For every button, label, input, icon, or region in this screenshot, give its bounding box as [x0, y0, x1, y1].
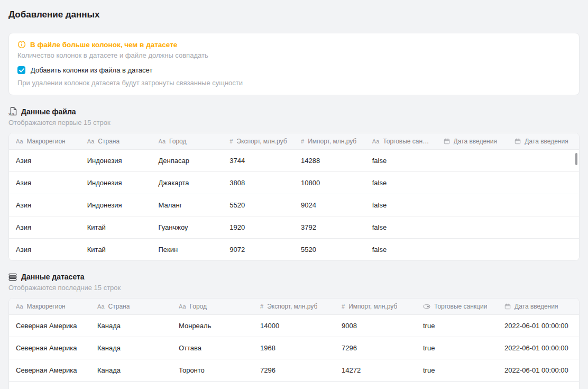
file-data-table: АаМакрорегионАаСтранаАаГород#Экспорт, мл…: [9, 133, 579, 260]
table-cell: 5520: [223, 194, 294, 216]
table-cell: Пекин: [152, 239, 223, 261]
column-header-label: Экспорт, млн.руб: [267, 303, 317, 310]
table-row: Северная АмерикаКанадаТоронто729614272tr…: [9, 359, 579, 382]
table-cell: Индонезия: [80, 194, 152, 216]
table-row: Северная АмерикаСШАЛос-Анджелес72968736t…: [9, 382, 579, 389]
page-title: Добавление данных: [8, 10, 580, 20]
table-cell: Денпасар: [152, 150, 223, 172]
column-header-label: Макрорегион: [27, 303, 66, 310]
table-cell: 2022-06-01 00:00:00: [498, 337, 579, 359]
file-section-header: XLS Данные файла: [8, 107, 580, 116]
table-cell: [508, 150, 579, 172]
table-cell: true: [416, 382, 498, 389]
table-row: АзияИндонезияДенпасар374414288false: [9, 150, 579, 172]
table-cell: 2022-06-01 00:00:00: [498, 315, 579, 337]
warning-subtitle: Количество колонок в датасете и файле до…: [17, 51, 571, 59]
table-cell: [437, 150, 508, 172]
column-header-label: Импорт, млн,руб: [348, 303, 397, 310]
table-row: Северная АмерикаКанадаОттава19687296true…: [9, 337, 579, 359]
file-xls-icon: XLS: [8, 107, 17, 116]
column-header: АаМакрорегион: [9, 298, 90, 315]
column-header-label: Макрорегион: [27, 138, 66, 145]
number-type-icon: #: [342, 303, 345, 310]
column-header-label: Город: [169, 138, 186, 145]
table-cell: Северная Америка: [9, 359, 90, 382]
add-columns-checkbox-row[interactable]: Добавить колонки из файла в датасет: [17, 66, 571, 74]
column-header-label: Дата введения: [525, 138, 568, 145]
warning-note: При удалении колонок датасета будут затр…: [17, 79, 571, 87]
string-type-icon: Аа: [16, 303, 23, 310]
table-cell: false: [365, 216, 437, 239]
table-cell: Азия: [9, 194, 80, 216]
table-cell: Азия: [9, 150, 80, 172]
table-cell: Оттава: [172, 337, 253, 359]
column-header-label: Торговые санкции: [434, 303, 487, 310]
table-cell: США: [90, 382, 172, 389]
table-cell: Китай: [80, 239, 152, 261]
table-cell: Азия: [9, 239, 80, 261]
table-row: АзияКитайПекин90725520false: [9, 239, 579, 261]
table-cell: false: [365, 150, 437, 172]
table-cell: 2022-06-01 00:00:00: [498, 359, 579, 382]
file-section-title: Данные файла: [21, 107, 76, 116]
table-cell: false: [365, 194, 437, 216]
table-cell: 9024: [294, 194, 365, 216]
table-cell: 7296: [335, 337, 416, 359]
table-cell: 9072: [223, 239, 294, 261]
table-cell: Северная Америка: [9, 315, 90, 337]
column-header: #Экспорт, млн.руб: [223, 133, 294, 150]
warning-header: В файле больше колонок, чем в датасете: [17, 40, 571, 49]
calendar-icon: [444, 138, 450, 144]
table-cell: Северная Америка: [9, 337, 90, 359]
svg-text:XLS: XLS: [8, 113, 14, 116]
file-section-subtitle: Отображаются первые 15 строк: [8, 119, 580, 126]
table-cell: Гуанчжоу: [152, 216, 223, 239]
table-row: Северная АмерикаКанадаМонреаль140009008t…: [9, 315, 579, 337]
calendar-icon: [504, 303, 511, 310]
number-type-icon: #: [260, 303, 263, 310]
table-header-row: АаМакрорегионАаСтранаАаГород#Экспорт, мл…: [9, 133, 579, 150]
table-cell: Северная Америка: [9, 382, 90, 389]
table-cell: Джакарта: [152, 172, 223, 194]
dataset-icon: [8, 273, 17, 281]
table-cell: 14000: [253, 315, 335, 337]
warning-title: В файле больше колонок, чем в датасете: [30, 41, 177, 49]
column-header: #Импорт, млн,руб: [294, 133, 365, 150]
table-cell: Торонто: [172, 359, 253, 382]
table-cell: [508, 172, 579, 194]
dataset-table-card: АаМакрорегионАаСтранаАаГород#Экспорт, мл…: [8, 298, 580, 389]
column-header-label: Импорт, млн,руб: [308, 138, 356, 145]
table-cell: [508, 216, 579, 239]
info-icon: [17, 40, 26, 49]
table-cell: Азия: [9, 216, 80, 239]
table-cell: 2022-03-23 00:00:00: [498, 382, 579, 389]
table-cell: true: [416, 337, 498, 359]
table-cell: Азия: [9, 172, 80, 194]
column-header-label: Страна: [108, 303, 130, 310]
table-cell: true: [416, 315, 498, 337]
string-type-icon: Аа: [87, 138, 95, 144]
table-cell: 3744: [223, 150, 294, 172]
string-type-icon: Аа: [179, 303, 186, 310]
table-cell: [437, 216, 508, 239]
string-type-icon: Аа: [97, 303, 105, 310]
column-header: АаСтрана: [80, 133, 152, 150]
table-cell: Канада: [90, 315, 172, 337]
table-cell: 5520: [294, 239, 365, 261]
string-type-icon: Аа: [372, 138, 380, 144]
boolean-type-icon: [423, 303, 430, 310]
table-cell: Маланг: [152, 194, 223, 216]
table-cell: [508, 194, 579, 216]
table-row: АзияИндонезияМаланг55209024false: [9, 194, 579, 216]
column-header: АаМакрорегион: [9, 133, 80, 150]
column-header: #Экспорт, млн.руб: [253, 298, 335, 315]
table-cell: [437, 239, 508, 261]
number-type-icon: #: [301, 138, 304, 144]
column-header-label: Экспорт, млн.руб: [236, 138, 287, 145]
column-header: Дата введения: [498, 298, 579, 315]
table-cell: Индонезия: [80, 172, 152, 194]
warning-card: В файле больше колонок, чем в датасете К…: [8, 33, 580, 95]
file-table-vertical-scrollbar[interactable]: [575, 153, 577, 165]
add-columns-checkbox[interactable]: [17, 66, 25, 74]
column-header-label: Город: [190, 303, 207, 310]
